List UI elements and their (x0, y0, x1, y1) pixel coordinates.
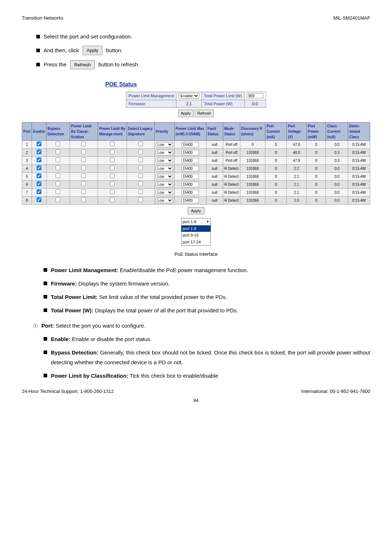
plc-checkbox[interactable] (81, 197, 86, 202)
plc-checkbox[interactable] (81, 149, 86, 154)
plm-checkbox[interactable] (110, 165, 115, 170)
dls-checkbox[interactable] (138, 173, 143, 178)
plm-checkbox[interactable] (110, 173, 115, 178)
priority-select[interactable]: Low (156, 190, 173, 195)
plm-checkbox[interactable] (110, 141, 115, 146)
table-row: 5LownullR Detect13106802.100.00:15.4W (22, 172, 370, 180)
plmax-input[interactable] (181, 150, 199, 155)
sub-bypass: Bypass Detection: Generally, this check … (51, 348, 370, 367)
cell-ccur: 0.3 (326, 148, 348, 156)
dls-checkbox[interactable] (138, 197, 143, 202)
dls-checkbox[interactable] (138, 157, 143, 162)
bypass-checkbox[interactable] (56, 197, 60, 202)
square-bullet-icon (44, 268, 47, 272)
plm-checkbox[interactable] (110, 157, 115, 162)
square-bullet-icon (44, 282, 47, 285)
bypass-checkbox[interactable] (56, 189, 60, 194)
fw-value: 2.1 (176, 100, 202, 108)
bypass-checkbox[interactable] (56, 141, 60, 146)
desc-tp: Total Power (W): Displays the total powe… (51, 305, 370, 315)
apply-button[interactable]: Apply (83, 46, 103, 55)
plc-checkbox[interactable] (81, 165, 86, 170)
dls-checkbox[interactable] (138, 181, 143, 186)
plc-checkbox[interactable] (81, 141, 86, 146)
table-row: 1LownullPort off0047.800.00:15.4W (22, 140, 370, 148)
tp-label: Total Power (W) (202, 100, 245, 108)
refresh-button[interactable]: Refresh (70, 60, 95, 70)
square-bullet-icon (44, 308, 47, 312)
dls-checkbox[interactable] (138, 189, 143, 194)
bypass-checkbox[interactable] (56, 157, 60, 162)
priority-select[interactable]: Low (156, 142, 173, 147)
plm-select[interactable]: Enable (179, 93, 199, 99)
summary-refresh-button[interactable]: Refresh (195, 110, 214, 117)
cell-fault: null (206, 196, 223, 204)
cell-port: 7 (22, 188, 32, 196)
priority-select[interactable]: Low (156, 174, 173, 179)
enable-checkbox[interactable] (37, 157, 41, 162)
summary-apply-button[interactable]: Apply (178, 110, 193, 117)
cell-disc: 0 (240, 140, 265, 148)
bypass-checkbox[interactable] (56, 165, 60, 170)
enable-checkbox[interactable] (37, 141, 41, 146)
cell-disc: 131068 (240, 164, 265, 172)
plc-checkbox[interactable] (81, 181, 86, 186)
bypass-checkbox[interactable] (56, 173, 60, 178)
cell-port: 6 (22, 180, 32, 188)
port-dd-opt-2[interactable]: port 9-16 (181, 232, 211, 239)
enable-checkbox[interactable] (37, 165, 41, 170)
cell-ccur: 0.0 (326, 140, 348, 148)
plm-checkbox[interactable] (110, 197, 115, 202)
port-dd-selected: port 1-8 (183, 219, 196, 225)
plm-checkbox[interactable] (110, 189, 115, 194)
enable-checkbox[interactable] (37, 189, 41, 194)
enable-checkbox[interactable] (37, 181, 41, 186)
cell-dclass: 0:15.4W (348, 140, 370, 148)
tpl-input[interactable] (247, 93, 264, 98)
priority-select[interactable]: Low (156, 158, 173, 163)
th-fault: Fault Status (206, 122, 223, 140)
plmax-input[interactable] (181, 142, 199, 147)
cell-disc: 131068 (240, 180, 265, 188)
plm-checkbox[interactable] (110, 149, 115, 154)
priority-select[interactable]: Low (156, 182, 173, 187)
plm-checkbox[interactable] (110, 181, 115, 186)
th-pvolt: Port Voltage (V) (287, 122, 307, 140)
square-bullet-icon (36, 49, 40, 52)
dls-checkbox[interactable] (138, 149, 143, 154)
cell-mode: Port off (223, 156, 240, 164)
plmax-input[interactable] (181, 174, 199, 179)
cell-mode: R Detect (223, 188, 240, 196)
port-range-dropdown[interactable]: port 1-8 ▼ port 1-8 port 9-16 port 17-24 (181, 218, 211, 246)
th-plc: Power Limit By Classi-fication (70, 122, 98, 140)
port-dd-opt-1[interactable]: port 1-8 (181, 225, 211, 232)
enable-checkbox[interactable] (37, 149, 41, 154)
cell-pvolt: 2.1 (287, 172, 307, 180)
plc-checkbox[interactable] (81, 157, 86, 162)
priority-select[interactable]: Low (156, 198, 173, 203)
priority-select[interactable]: Low (156, 166, 173, 171)
enable-checkbox[interactable] (37, 173, 41, 178)
cell-ccur: 0.3 (326, 156, 348, 164)
port-dd-opt-3[interactable]: port 17-24 (181, 239, 211, 246)
intro-line-1: Select the port and set configuration. (44, 33, 132, 41)
plmax-input[interactable] (181, 166, 199, 171)
cell-dclass: 0:15.4W (348, 156, 370, 164)
plc-checkbox[interactable] (81, 173, 86, 178)
bypass-checkbox[interactable] (56, 181, 60, 186)
plc-checkbox[interactable] (81, 189, 86, 194)
plmax-input[interactable] (181, 158, 199, 163)
enable-checkbox[interactable] (37, 197, 41, 202)
plmax-input[interactable] (181, 198, 199, 203)
th-priority: Priority (154, 122, 174, 140)
table-apply-button[interactable]: Apply (188, 207, 204, 215)
sub-plc: Power Limit by Classification: Tick this… (51, 371, 370, 381)
bypass-checkbox[interactable] (56, 149, 60, 154)
dls-checkbox[interactable] (138, 165, 143, 170)
plmax-input[interactable] (181, 182, 199, 187)
cell-pcur: 0 (265, 148, 287, 156)
plmax-input[interactable] (181, 190, 199, 195)
dls-checkbox[interactable] (138, 141, 143, 146)
cell-pvolt: 2.0 (287, 196, 307, 204)
priority-select[interactable]: Low (156, 150, 173, 155)
